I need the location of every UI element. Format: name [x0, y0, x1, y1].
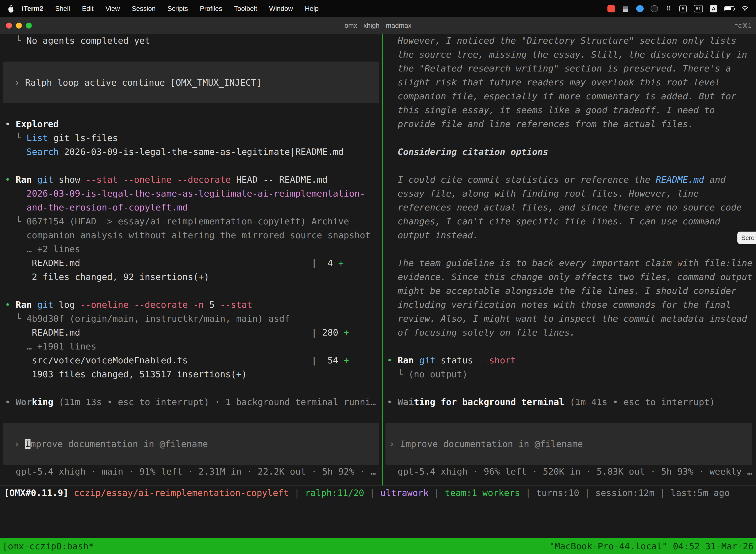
- terminal-line: and-the-erosion-of-copyleft.md: [0, 201, 382, 214]
- menu-item-shell[interactable]: Shell: [49, 5, 76, 13]
- text-segment: •: [5, 174, 16, 185]
- text-segment: └: [5, 36, 26, 46]
- text-segment: --short: [479, 355, 516, 365]
- zoom-button[interactable]: [26, 22, 32, 29]
- text-segment: The team guideline is to back every impo…: [387, 258, 753, 268]
- omx-status-segment: turns:10: [536, 488, 579, 498]
- terminal-line: … +2 lines: [0, 242, 382, 256]
- text-segment: Ran: [397, 355, 414, 365]
- text-segment: └: [387, 369, 408, 379]
- text-segment: git: [419, 355, 435, 365]
- window-title-bar: omx --xhigh --madmax ⌥⌘1: [0, 17, 756, 34]
- wifi-icon[interactable]: [741, 4, 749, 13]
- text-segment: output instead.: [387, 230, 478, 240]
- menu-item-scripts[interactable]: Scripts: [162, 5, 194, 13]
- text-segment: 4b9d30f (origin/main, instructkr/main, m…: [26, 314, 290, 324]
- omx-status-segment: cczip/essay/ai-reimplementation-copyleft: [74, 488, 289, 498]
- screen-share-chip-label: Scre: [741, 234, 755, 242]
- text-segment: ›: [389, 439, 400, 449]
- omx-status-area: [OMX#0.11.9] cczip/essay/ai-reimplementa…: [0, 486, 756, 538]
- battery-icon[interactable]: [724, 6, 734, 11]
- menu-item-iterm2[interactable]: iTerm2: [16, 5, 49, 13]
- text-segment: Wai: [397, 397, 414, 407]
- menu-item-window[interactable]: Window: [263, 5, 299, 13]
- dark-app-icon[interactable]: [650, 5, 658, 12]
- apple-menu[interactable]: [7, 5, 16, 13]
- terminal-line: of focusing solely on file lines.: [383, 326, 756, 340]
- terminal-line: README.md | 4 +: [0, 256, 382, 270]
- menu-item-help[interactable]: Help: [299, 5, 325, 13]
- menu-item-toolbelt[interactable]: Toolbelt: [228, 5, 263, 13]
- text-segment: README.md | 280: [5, 327, 343, 338]
- text-segment: (11m 13s • esc to interrupt) · 1 backgro…: [59, 397, 376, 407]
- keyboard-icon[interactable]: ▦: [622, 4, 629, 13]
- terminal-line: Search 2026-03-09-is-legal-the-same-as-l…: [0, 145, 382, 159]
- input-source-icon[interactable]: A: [710, 5, 717, 12]
- text-segment: [5, 188, 26, 199]
- screen-recording-icon[interactable]: [608, 5, 615, 12]
- text-segment: Wor: [16, 397, 32, 407]
- terminal-line: essay file, along with finding root file…: [383, 187, 756, 201]
- ran-git-show: • Ran git show --stat --oneline --decora…: [0, 173, 382, 187]
- blue-app-icon[interactable]: [636, 5, 644, 12]
- omx-status-segment: [68, 488, 74, 498]
- blank-line: [383, 381, 756, 395]
- terminal-line: 2026-03-09-is-legal-the-same-as-legitima…: [0, 187, 382, 201]
- text-segment: 2 files changed, 92 insertions(+): [5, 272, 209, 282]
- ralph-loop-banner: › Ralph loop active continue [OMX_TMUX_I…: [3, 62, 379, 103]
- text-segment: Ran: [16, 174, 32, 185]
- waiting-status: • Waiting for background terminal (1m 41…: [383, 395, 756, 409]
- terminal-line: the "Related research writing" section i…: [383, 62, 756, 75]
- menu-item-view[interactable]: View: [100, 5, 126, 13]
- text-segment: List: [26, 133, 48, 143]
- prompt-input-left[interactable]: › Improve documentation in @filename: [3, 423, 379, 465]
- text-segment: slight risk that future readers may over…: [387, 77, 720, 88]
- text-segment: [53, 397, 59, 407]
- text-segment: 067f154 (HEAD -> essay/ai-reimplementati…: [26, 216, 349, 226]
- menu-item-edit[interactable]: Edit: [76, 5, 100, 13]
- minimize-button[interactable]: [16, 22, 22, 29]
- text-segment: [5, 202, 26, 213]
- text-segment: Search: [26, 147, 59, 157]
- text-segment: └: [5, 314, 26, 324]
- text-segment: and: [704, 174, 726, 185]
- screen-share-chip[interactable]: Scre: [737, 232, 756, 244]
- text-segment: --stat --oneline --decorate: [85, 174, 231, 185]
- blank-line: [383, 409, 756, 423]
- text-segment: ›: [14, 439, 25, 449]
- terminal-line: including verification notes with those …: [383, 298, 756, 312]
- terminal-line: 2 files changed, 92 insertions(+): [0, 270, 382, 284]
- right-pane[interactable]: However, I noticed the "Directory Struct…: [383, 34, 756, 486]
- keycap-8-icon[interactable]: 8: [679, 5, 687, 12]
- text-segment: └: [5, 216, 26, 226]
- text-segment: … +1901 lines: [5, 341, 96, 351]
- menu-item-profiles[interactable]: Profiles: [194, 5, 228, 13]
- text-segment: companion file, especially if more comme…: [387, 91, 737, 101]
- prompt-input-right[interactable]: › Improve documentation in @filename: [385, 423, 752, 465]
- text-segment: (1m 41s • esc to interrupt): [570, 397, 715, 407]
- model-status-line: gpt-5.4 xhigh · main · 91% left · 2.31M …: [0, 465, 382, 479]
- menu-items: iTerm2ShellEditViewSessionScriptsProfile…: [16, 5, 324, 13]
- text-segment: •: [387, 355, 397, 365]
- left-pane[interactable]: └ No agents completed yet› Ralph loop ac…: [0, 34, 382, 486]
- window-shortcut: ⌥⌘1: [735, 22, 752, 29]
- app-grid-icon[interactable]: ⠿: [665, 4, 673, 13]
- text-segment: gpt-5.4 xhigh · 96% left · 520K in · 5.8…: [387, 466, 753, 477]
- battery-percent-icon[interactable]: 61: [694, 5, 703, 12]
- omx-status-segment: [OMX#0.11.9]: [4, 488, 68, 498]
- text-segment: [414, 355, 419, 365]
- text-segment: +: [343, 327, 349, 338]
- text-segment: might be acceptable alongside the file l…: [387, 286, 737, 296]
- menu-item-session[interactable]: Session: [126, 5, 162, 13]
- battery-nub: [734, 8, 735, 10]
- close-button[interactable]: [6, 22, 12, 29]
- menu-status-icons: ▦⠿861A: [608, 4, 749, 13]
- text-segment: … +2 lines: [5, 244, 80, 254]
- text-segment: the "Related research writing" section i…: [387, 63, 731, 73]
- text-segment: and-the-erosion-of-copyleft.md: [26, 202, 188, 213]
- text-segment: status: [435, 355, 478, 365]
- terminal-line: might be acceptable alongside the file l…: [383, 284, 756, 298]
- terminal-line: … +1901 lines: [0, 340, 382, 353]
- ran-git-status: • Ran git status --short: [383, 353, 756, 367]
- traffic-lights: [6, 17, 32, 34]
